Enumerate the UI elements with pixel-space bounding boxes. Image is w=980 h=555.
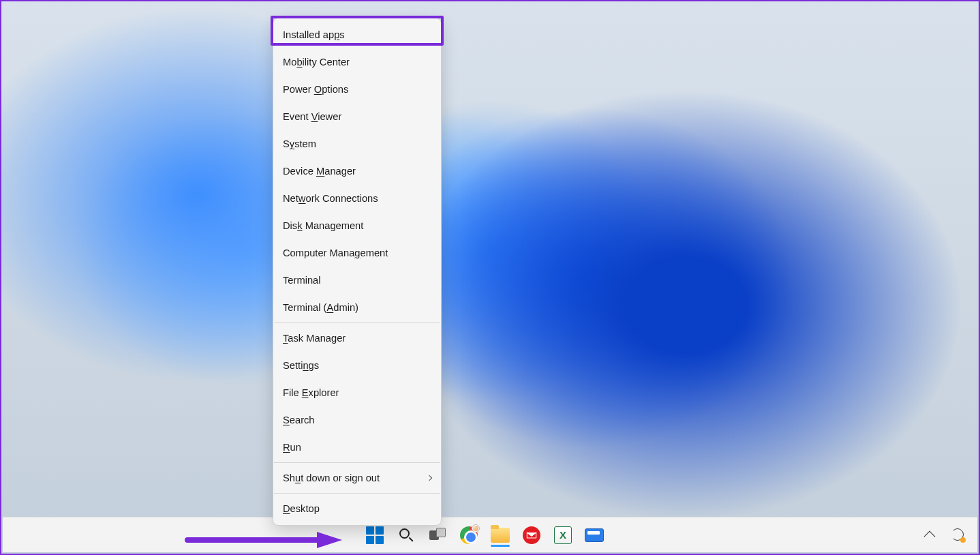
search-icon <box>399 528 414 543</box>
menu-item-computer-management[interactable]: Computer Management <box>273 239 441 267</box>
tray-overflow-button[interactable] <box>920 526 939 545</box>
menu-item-terminal-admin[interactable]: Terminal (Admin) <box>273 294 441 321</box>
menu-item-event-viewer[interactable]: Event Viewer <box>273 103 441 130</box>
menu-item-label: Search <box>283 415 315 425</box>
menu-item-shutdown-signout[interactable]: Shut down or sign out <box>273 464 441 492</box>
taskbar-app-chrome[interactable] <box>459 526 478 545</box>
mail-app-icon <box>523 526 540 544</box>
menu-item-disk-management[interactable]: Disk Management <box>273 212 441 239</box>
menu-item-label: System <box>283 138 316 149</box>
menu-item-label: Device Manager <box>283 166 356 177</box>
menu-item-label: Network Connections <box>283 193 378 204</box>
taskbar-app-excel[interactable]: X <box>553 526 572 545</box>
profile-badge-icon <box>472 524 480 532</box>
menu-item-label: File Explorer <box>283 387 339 398</box>
folder-icon <box>491 528 510 543</box>
menu-item-label: Installed apps <box>283 29 345 40</box>
menu-separator <box>274 493 440 494</box>
menu-item-search[interactable]: Search <box>273 406 441 434</box>
windows-logo-icon <box>366 526 384 544</box>
menu-item-label: Power Options <box>283 84 348 95</box>
update-restart-icon <box>951 528 965 542</box>
menu-item-file-explorer[interactable]: File Explorer <box>273 379 441 406</box>
menu-item-settings[interactable]: Settings <box>273 352 441 379</box>
menu-item-device-manager[interactable]: Device Manager <box>273 158 441 185</box>
start-button[interactable] <box>365 526 384 545</box>
taskbar-center-group: X <box>365 526 604 545</box>
menu-item-terminal[interactable]: Terminal <box>273 267 441 294</box>
running-indicator <box>491 545 510 547</box>
taskbar-app-file-explorer[interactable] <box>491 526 510 545</box>
menu-item-installed-apps[interactable]: Installed apps <box>273 21 441 48</box>
menu-item-label: Settings <box>283 360 319 371</box>
run-dialog-icon <box>585 528 604 542</box>
menu-item-label: Shut down or sign out <box>283 472 380 483</box>
task-view-button[interactable] <box>428 526 447 545</box>
menu-item-label: Mobility Center <box>283 57 350 68</box>
menu-item-network-connections[interactable]: Network Connections <box>273 185 441 212</box>
excel-icon: X <box>554 526 572 544</box>
taskbar-app-run[interactable] <box>585 526 604 545</box>
menu-item-desktop[interactable]: Desktop <box>273 495 441 522</box>
menu-item-label: Computer Management <box>283 247 388 258</box>
taskbar-system-tray <box>920 526 968 545</box>
chevron-up-icon <box>924 530 936 542</box>
task-view-icon <box>429 528 446 543</box>
menu-item-label: Terminal <box>283 275 321 286</box>
menu-separator <box>274 322 440 323</box>
winx-context-menu: Installed apps Mobility Center Power Opt… <box>273 18 442 526</box>
menu-item-label: Run <box>283 442 301 453</box>
menu-item-label: Terminal (Admin) <box>283 302 358 313</box>
menu-item-label: Disk Management <box>283 220 363 231</box>
taskbar: X <box>3 517 977 552</box>
tray-windows-update-button[interactable] <box>949 526 968 545</box>
chevron-right-icon <box>427 475 432 481</box>
desktop-wallpaper <box>1 1 979 554</box>
menu-item-system[interactable]: System <box>273 130 441 158</box>
search-button[interactable] <box>397 526 416 545</box>
menu-item-label: Event Viewer <box>283 111 341 122</box>
menu-separator <box>274 462 440 463</box>
taskbar-app-mail[interactable] <box>522 526 541 545</box>
menu-item-label: Desktop <box>283 503 320 514</box>
menu-item-run[interactable]: Run <box>273 434 441 461</box>
menu-item-power-options[interactable]: Power Options <box>273 76 441 103</box>
menu-item-label: Task Manager <box>283 333 346 344</box>
menu-item-task-manager[interactable]: Task Manager <box>273 325 441 352</box>
menu-item-mobility-center[interactable]: Mobility Center <box>273 48 441 76</box>
